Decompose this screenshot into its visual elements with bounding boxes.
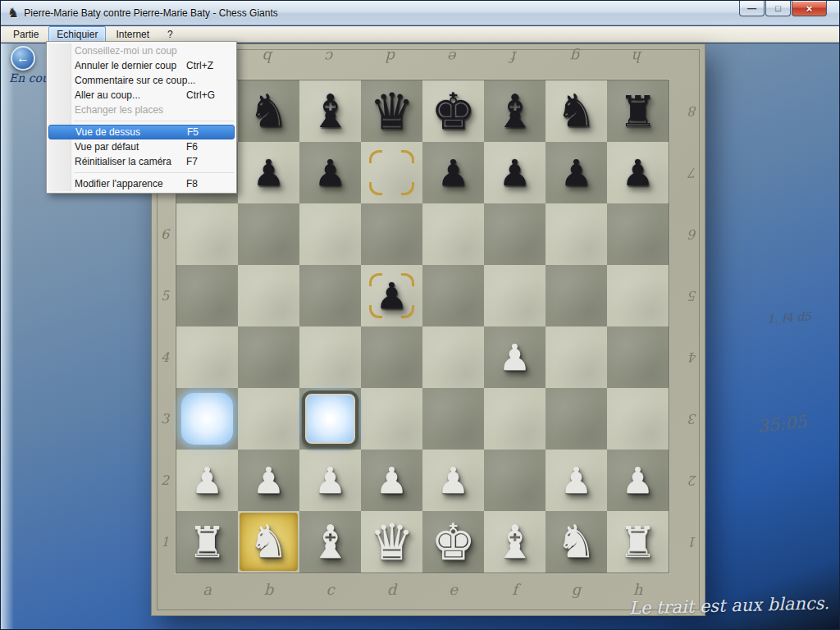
file-label-bottom-c: c [299, 579, 361, 600]
rank-label-right-3: 3 [684, 388, 702, 450]
menu-item[interactable]: Modifier l'apparenceF8 [47, 176, 236, 191]
white-pawn-e2[interactable]: ♟ [422, 450, 484, 511]
menu-item[interactable]: Vue de dessusF5 [48, 125, 235, 139]
rank-label-right-4: 4 [684, 326, 702, 388]
game-status-text: En cours [9, 71, 46, 84]
black-king-e8[interactable]: ♚ [422, 80, 484, 142]
menubar-item-partie[interactable]: Partie [5, 26, 47, 43]
close-button[interactable]: × [792, 1, 827, 16]
rank-label-left-1: 1 [156, 511, 174, 573]
file-label-top-g: g [546, 46, 607, 67]
minimize-icon: — [747, 3, 756, 13]
black-knight-b8[interactable]: ♞ [238, 80, 299, 142]
close-icon: × [806, 2, 813, 15]
black-knight-g8[interactable]: ♞ [546, 80, 607, 142]
back-icon: ← [16, 51, 30, 66]
black-queen-d8[interactable]: ♛ [361, 80, 422, 142]
menu-item-label: Commentaire sur ce coup... [75, 75, 195, 86]
menu-item-label: Vue par défaut [75, 141, 139, 153]
file-label-top-c: c [299, 46, 361, 67]
black-rook-h8[interactable]: ♜ [607, 80, 669, 142]
rank-label-right-5: 5 [684, 265, 702, 326]
menu-item[interactable]: Commentaire sur ce coup... [47, 73, 236, 88]
black-pawn-g7[interactable]: ♟ [546, 142, 607, 203]
menu-separator [74, 121, 234, 121]
white-bishop-f1[interactable]: ♝ [484, 511, 546, 573]
file-label-bottom-a: a [176, 579, 238, 600]
game-clock: 35:05 [756, 412, 808, 436]
file-label-bottom-b: b [238, 579, 299, 600]
black-pawn-f7[interactable]: ♟ [484, 142, 546, 203]
black-pawn-b7[interactable]: ♟ [238, 142, 299, 203]
app-window: ♞ Pierre-Marie Baty contre Pierre-Marie … [0, 0, 840, 630]
menubar: PartieEchiquierInternet? [1, 26, 839, 43]
titlebar[interactable]: ♞ Pierre-Marie Baty contre Pierre-Marie … [1, 1, 839, 25]
menu-item[interactable]: Aller au coup...Ctrl+G [47, 88, 236, 103]
menubar-item-?[interactable]: ? [159, 26, 181, 43]
menu-item[interactable]: Réinitialiser la caméraF7 [47, 154, 236, 169]
white-king-e1[interactable]: ♚ [422, 511, 484, 573]
menubar-item-internet[interactable]: Internet [107, 26, 158, 43]
menu-item-shortcut: Ctrl+G [186, 89, 215, 101]
menu-item-label: Aller au coup... [75, 89, 140, 101]
white-rook-a1[interactable]: ♜ [176, 511, 238, 573]
white-pawn-a2[interactable]: ♟ [176, 450, 238, 511]
menu-item-label: Réinitialiser la caméra [75, 156, 171, 167]
file-label-top-f: f [484, 46, 546, 67]
menu-separator [74, 172, 234, 173]
menu-item[interactable]: Vue par défautF6 [47, 139, 236, 154]
menubar-item-echiquier[interactable]: Echiquier [48, 26, 106, 43]
menu-item-label: Vue de dessus [75, 126, 140, 138]
black-pawn-d5[interactable]: ♟ [361, 265, 422, 326]
white-pawn-d2[interactable]: ♟ [361, 450, 422, 511]
file-label-top-b: b [238, 46, 299, 67]
menu-item-label: Modifier l'apparence [75, 178, 163, 189]
file-label-top-e: e [422, 46, 484, 67]
menu-item-label: Conseillez-moi un coup [75, 45, 177, 57]
black-bishop-c8[interactable]: ♝ [299, 80, 361, 142]
move-list: 1. f4 d5 [767, 309, 812, 326]
white-bishop-c1[interactable]: ♝ [299, 511, 361, 573]
menu-item-shortcut: F5 [187, 126, 199, 138]
black-bishop-f8[interactable]: ♝ [484, 80, 546, 142]
white-pawn-c2[interactable]: ♟ [299, 450, 361, 511]
white-pawn-f4[interactable]: ♟ [484, 326, 546, 388]
rank-label-left-5: 5 [156, 265, 174, 326]
rank-label-left-6: 6 [156, 203, 174, 265]
file-labels-top: abcdefgh [176, 46, 669, 67]
window-title: Pierre-Marie Baty contre Pierre-Marie Ba… [24, 7, 277, 19]
maximize-icon: □ [775, 3, 781, 13]
menu-item-shortcut: F7 [186, 156, 198, 167]
black-pawn-e7[interactable]: ♟ [422, 142, 484, 203]
white-knight-b1[interactable]: ♞ [238, 511, 299, 573]
app-icon: ♞ [7, 5, 19, 21]
rank-label-right-1: 1 [684, 511, 702, 573]
white-pawn-b2[interactable]: ♟ [238, 450, 299, 511]
minimize-button[interactable]: — [739, 1, 765, 16]
white-pawn-h2[interactable]: ♟ [607, 450, 669, 511]
rank-label-left-2: 2 [156, 450, 174, 511]
menu-item-shortcut: F6 [186, 141, 198, 153]
back-button[interactable]: ← [11, 46, 35, 71]
maximize-button[interactable]: □ [765, 1, 791, 16]
rank-label-right-8: 8 [684, 80, 702, 142]
white-queen-d1[interactable]: ♛ [361, 511, 422, 573]
menu-item-label: Annuler le dernier coup [75, 60, 176, 71]
menu-item[interactable]: Annuler le dernier coupCtrl+Z [47, 58, 236, 73]
rank-label-right-7: 7 [684, 142, 702, 203]
black-pawn-c7[interactable]: ♟ [299, 142, 361, 203]
rank-label-right-2: 2 [684, 450, 702, 511]
black-pawn-h7[interactable]: ♟ [607, 142, 669, 203]
rank-label-left-3: 3 [156, 388, 174, 450]
echiquier-menu: Conseillez-moi un coupAnnuler le dernier… [46, 41, 237, 194]
rank-labels-right: 87654321 [684, 80, 702, 573]
menu-item-shortcut: Ctrl+Z [186, 60, 213, 71]
menu-item-shortcut: F8 [186, 178, 198, 189]
board-pieces: ♜♞♝♛♚♝♞♜♟♟♟♟♟♟♟♟♟♟♟♟♟♟♟♟♜♞♝♛♚♝♞♜ [176, 80, 669, 573]
rank-label-left-4: 4 [156, 326, 174, 388]
white-knight-g1[interactable]: ♞ [546, 511, 607, 573]
white-pawn-g2[interactable]: ♟ [546, 450, 607, 511]
game-status-label: En cours [9, 71, 46, 84]
file-label-bottom-f: f [484, 579, 546, 600]
white-rook-h1[interactable]: ♜ [607, 511, 669, 573]
